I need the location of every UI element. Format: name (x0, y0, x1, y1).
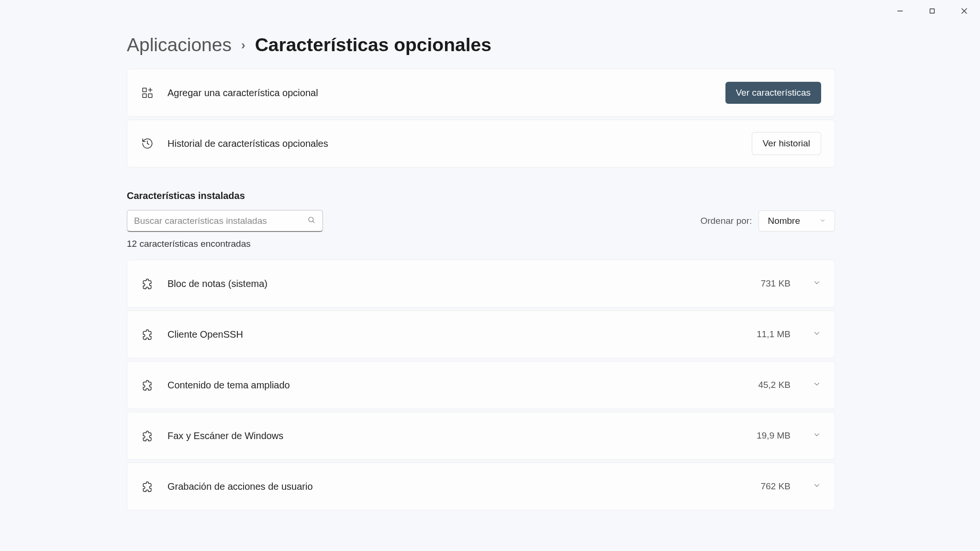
chevron-down-icon (813, 329, 821, 340)
feature-name: Grabación de acciones de usuario (167, 481, 747, 492)
feature-size: 762 KB (761, 481, 791, 492)
chevron-down-icon (813, 430, 821, 441)
breadcrumb: Aplicaciones › Características opcionale… (127, 34, 835, 55)
installed-heading: Características instaladas (127, 190, 835, 201)
search-icon (307, 216, 316, 226)
breadcrumb-parent[interactable]: Aplicaciones (127, 34, 232, 55)
add-grid-icon (141, 87, 154, 99)
feature-size: 11,1 MB (757, 329, 791, 340)
svg-rect-4 (143, 88, 146, 92)
feature-list-item[interactable]: Bloc de notas (sistema) 731 KB (127, 260, 835, 308)
close-button[interactable] (948, 0, 980, 22)
search-box[interactable] (127, 210, 323, 232)
feature-list-item[interactable]: Grabación de acciones de usuario 762 KB (127, 463, 835, 510)
page-title: Características opcionales (255, 34, 491, 55)
history-label: Historial de características opcionales (167, 138, 738, 149)
svg-rect-1 (930, 9, 934, 13)
add-feature-label: Agregar una característica opcional (167, 88, 712, 99)
feature-size: 45,2 KB (758, 380, 791, 390)
chevron-down-icon (813, 481, 821, 492)
feature-size: 731 KB (761, 278, 791, 289)
svg-rect-5 (143, 94, 146, 98)
sort-select[interactable]: Nombre (758, 210, 835, 231)
minimize-button[interactable] (884, 0, 916, 22)
feature-size: 19,9 MB (757, 430, 791, 441)
sort-value: Nombre (768, 216, 800, 226)
maximize-button[interactable] (916, 0, 948, 22)
svg-line-12 (312, 221, 314, 223)
feature-puzzle-icon (141, 277, 154, 290)
svg-rect-6 (148, 94, 152, 98)
feature-list-item[interactable]: Contenido de tema ampliado 45,2 KB (127, 361, 835, 409)
feature-puzzle-icon (141, 430, 154, 442)
feature-puzzle-icon (141, 328, 154, 341)
view-features-button[interactable]: Ver características (725, 82, 821, 104)
feature-name: Bloc de notas (sistema) (167, 278, 747, 289)
feature-puzzle-icon (141, 480, 154, 493)
svg-line-10 (147, 143, 149, 144)
history-card: Historial de características opcionales … (127, 120, 835, 167)
chevron-down-icon (813, 380, 821, 390)
feature-name: Fax y Escáner de Windows (167, 430, 743, 441)
feature-list-item[interactable]: Fax y Escáner de Windows 19,9 MB (127, 412, 835, 460)
chevron-down-icon (813, 278, 821, 289)
chevron-right-icon: › (241, 38, 245, 53)
chevron-down-icon (819, 216, 826, 226)
add-feature-card: Agregar una característica opcional Ver … (127, 69, 835, 117)
sort-label: Ordenar por: (701, 216, 752, 226)
feature-list-item[interactable]: Cliente OpenSSH 11,1 MB (127, 310, 835, 358)
view-history-button[interactable]: Ver historial (752, 132, 821, 155)
history-icon (141, 137, 154, 150)
search-input[interactable] (134, 216, 307, 226)
result-count: 12 características encontradas (127, 239, 835, 249)
feature-name: Contenido de tema ampliado (167, 380, 745, 391)
feature-puzzle-icon (141, 379, 154, 391)
feature-name: Cliente OpenSSH (167, 329, 743, 340)
